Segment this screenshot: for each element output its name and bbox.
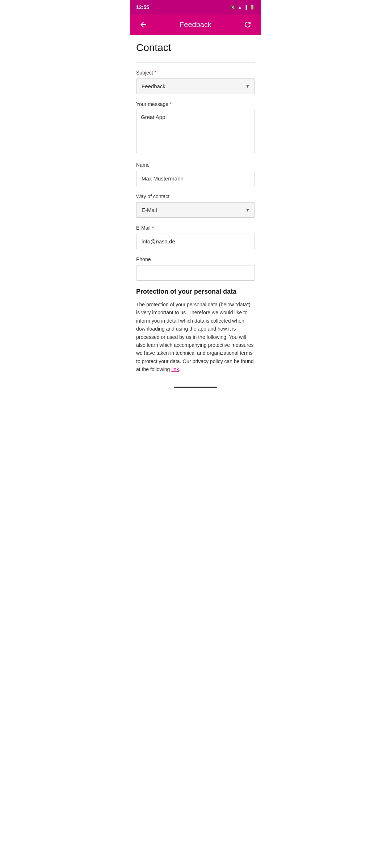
privacy-text: The protection of your personal data (be… (136, 301, 255, 374)
main-content: Contact Subject * Feedback Bug Report Qu… (130, 35, 261, 381)
status-icons: 🔇 ▲ ▐ 🔋 (230, 5, 255, 10)
email-group: E-Mail * (136, 225, 255, 249)
subject-required: * (155, 70, 156, 76)
email-label: E-Mail * (136, 225, 255, 231)
subject-select-wrapper: Feedback Bug Report Question Other (136, 78, 255, 94)
message-textarea[interactable]: Great App! (136, 110, 255, 153)
app-bar-title: Feedback (180, 21, 211, 29)
name-group: Name (136, 162, 255, 186)
bottom-nav-indicator (174, 387, 217, 388)
name-label: Name (136, 162, 255, 168)
subject-group: Subject * Feedback Bug Report Question O… (136, 70, 255, 94)
way-of-contact-select-wrapper: E-Mail Phone None (136, 202, 255, 218)
status-bar: 12:55 🔇 ▲ ▐ 🔋 (130, 0, 261, 14)
email-input[interactable] (136, 234, 255, 249)
status-time: 12:55 (136, 4, 149, 10)
privacy-title: Protection of your personal data (136, 288, 255, 295)
page-title: Contact (136, 42, 255, 54)
privacy-link[interactable]: link (171, 366, 179, 372)
message-label: Your message * (136, 101, 255, 107)
subject-label: Subject * (136, 70, 255, 76)
phone-label: Phone (136, 256, 255, 262)
phone-group: Phone (136, 256, 255, 281)
signal-icon: ▐ (244, 5, 247, 10)
subject-select[interactable]: Feedback Bug Report Question Other (136, 78, 255, 94)
way-of-contact-label: Way of contact (136, 193, 255, 199)
refresh-button[interactable] (240, 17, 255, 32)
privacy-section: Protection of your personal data The pro… (136, 288, 255, 374)
back-button[interactable] (136, 17, 151, 32)
mute-icon: 🔇 (230, 5, 236, 10)
divider (136, 62, 255, 63)
way-of-contact-group: Way of contact E-Mail Phone None (136, 193, 255, 218)
phone-input[interactable] (136, 265, 255, 281)
email-required: * (152, 225, 154, 231)
app-bar: Feedback (130, 14, 261, 35)
message-group: Your message * Great App! (136, 101, 255, 155)
battery-icon: 🔋 (249, 5, 255, 10)
name-input[interactable] (136, 171, 255, 186)
wifi-icon: ▲ (238, 5, 242, 10)
message-required: * (170, 101, 172, 107)
way-of-contact-select[interactable]: E-Mail Phone None (136, 202, 255, 218)
